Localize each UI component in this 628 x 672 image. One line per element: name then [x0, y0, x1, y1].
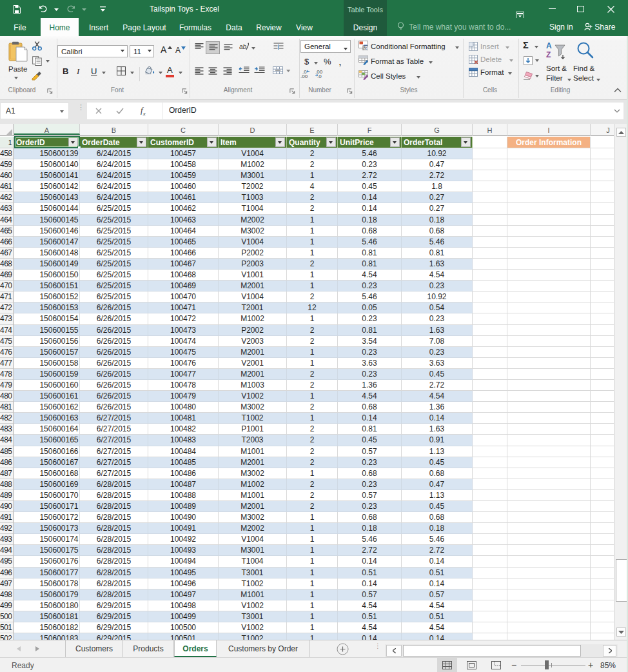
svg-text:fx: fx	[364, 46, 368, 50]
svg-text:.00: .00	[300, 74, 308, 79]
svg-text:ab: ab	[239, 43, 247, 50]
svg-text:.0: .0	[317, 74, 322, 79]
